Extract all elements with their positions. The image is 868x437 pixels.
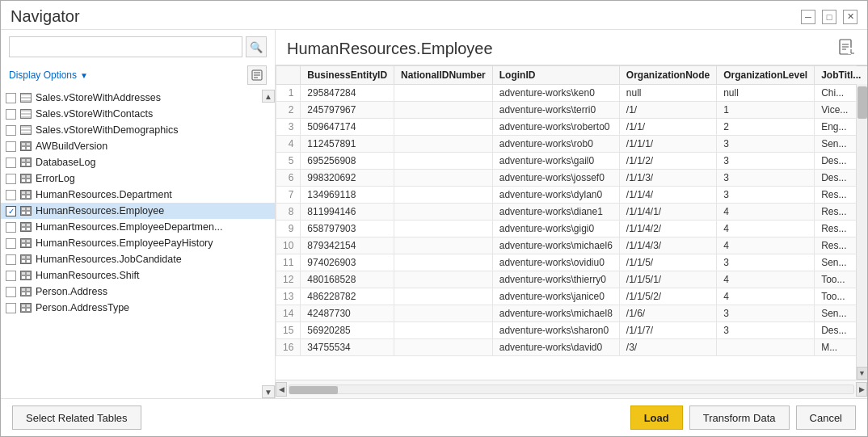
search-button[interactable]: 🔍 [246,36,267,57]
scroll-arrows-row: ◀ ▶ [276,380,867,398]
tree-area[interactable]: ▲ Sales.vStoreWithAddressesSales.vStoreW… [1,90,275,398]
item-checkbox[interactable] [6,287,16,297]
item-checkbox[interactable] [6,158,16,168]
table-row: 13486228782adventure-works\janice0/1/1/5… [276,288,868,305]
tree-item[interactable]: HumanResources.EmployeePayHistory [1,235,275,251]
table-cell: adventure-works\gail0 [492,153,619,170]
cancel-button[interactable]: Cancel [796,405,856,430]
scroll-thumb[interactable] [857,86,867,119]
table-cell: 14 [276,305,301,322]
table-cell: 3 [717,170,815,187]
table-cell: 10 [276,237,301,254]
table-row: 3509647174adventure-works\roberto0/1/1/2… [276,119,868,136]
table-cell: null [717,85,815,102]
scroll-right-button[interactable]: ▶ [856,382,867,397]
export-icon[interactable] [838,38,856,60]
tree-item-label: Sales.vStoreWithDemographics [36,124,178,136]
column-header: JobTitl... [815,66,867,85]
table-icon [19,205,32,216]
item-checkbox[interactable] [6,141,16,152]
table-cell: /3/ [619,339,716,356]
table-cell: /1/1/5/1/ [619,271,716,288]
table-cell: 134969118 [301,187,394,204]
view-icon [19,92,32,103]
table-icon [19,189,32,200]
item-checkbox[interactable] [6,271,16,281]
close-button[interactable]: ✕ [843,10,857,24]
window-title: Navigator [11,7,80,26]
minimize-button[interactable]: ─ [801,10,815,24]
refresh-button[interactable] [247,65,267,85]
table-row: 1442487730adventure-works\michael8/1/6/3… [276,305,868,322]
tree-item[interactable]: ErrorLog [1,170,275,187]
tree-item[interactable]: Person.Address [1,284,275,300]
table-cell: 3 [717,254,815,271]
table-cell: 112457891 [301,136,394,153]
item-checkbox[interactable] [6,109,16,120]
horizontal-scrollbar[interactable] [289,384,854,394]
tree-item[interactable]: Sales.vStoreWithDemographics [1,122,275,138]
table-cell: 1 [717,102,815,119]
scroll-left-button[interactable]: ◀ [276,382,287,397]
table-cell: 4 [717,221,815,237]
table-cell: adventure-works\roberto0 [492,119,619,136]
table-cell [394,85,493,102]
tree-item[interactable]: AWBuildVersion [1,138,275,154]
tree-item[interactable]: DatabaseLog [1,154,275,170]
tree-item-label: Person.Address [36,286,107,297]
table-cell [394,153,493,170]
restore-button[interactable]: □ [822,10,836,24]
tree-item-label: HumanResources.Department [36,189,172,200]
tree-item[interactable]: Sales.vStoreWithAddresses [1,90,275,106]
data-table-scroll[interactable]: BusinessEntityIDNationalIDNumberLoginIDO… [276,65,867,380]
table-cell: 4 [717,204,815,221]
tree-scroll-down-button[interactable]: ▼ [262,385,275,398]
table-cell: adventure-works\gigi0 [492,221,619,237]
table-cell: 5 [276,153,301,170]
table-icon [19,270,32,281]
vertical-scrollbar[interactable]: ▲ ▼ [856,65,867,380]
tree-items-container: Sales.vStoreWithAddressesSales.vStoreWit… [1,90,275,316]
item-checkbox[interactable] [6,238,16,249]
transform-data-button[interactable]: Transform Data [689,405,790,430]
scroll-down-button[interactable]: ▼ [857,367,868,380]
item-checkbox[interactable] [6,125,16,136]
table-row: 1295847284adventure-works\ken0nullnullCh… [276,85,868,102]
tree-item[interactable]: HumanResources.JobCandidate [1,251,275,267]
bottom-bar: Select Related Tables Load Transform Dat… [1,398,867,436]
table-cell: /1/1/4/1/ [619,204,716,221]
table-row: 8811994146adventure-works\diane1/1/1/4/1… [276,204,868,221]
item-checkbox[interactable] [6,254,16,265]
tree-item-label: DatabaseLog [36,157,95,168]
item-checkbox[interactable] [6,222,16,233]
table-row: 7134969118adventure-works\dylan0/1/1/4/3… [276,187,868,204]
table-cell: 695256908 [301,153,394,170]
tree-item[interactable]: HumanResources.Shift [1,267,275,284]
item-checkbox[interactable] [6,93,16,103]
tree-item-label: AWBuildVersion [36,141,107,152]
item-checkbox[interactable] [6,190,16,200]
select-related-tables-button[interactable]: Select Related Tables [12,405,141,430]
table-cell [394,322,493,339]
column-header: LoginID [492,66,619,85]
tree-item[interactable]: Person.AddressType [1,300,275,316]
tree-item[interactable]: HumanResources.Department [1,187,275,203]
table-cell: 13 [276,288,301,305]
display-options-button[interactable]: Display Options ▼ [9,69,88,81]
tree-item[interactable]: ✓HumanResources.Employee [1,203,275,219]
item-checkbox[interactable]: ✓ [6,206,16,216]
load-button[interactable]: Load [630,405,683,430]
tree-item-label: Person.AddressType [36,302,129,313]
tree-scroll-up-button[interactable]: ▲ [262,90,275,103]
tree-item[interactable]: Sales.vStoreWithContacts [1,106,275,122]
item-checkbox[interactable] [6,303,16,313]
search-input[interactable] [9,36,242,57]
tree-item[interactable]: HumanResources.EmployeeDepartmen... [1,219,275,235]
item-checkbox[interactable] [6,174,16,184]
table-cell: 974026903 [301,254,394,271]
table-cell [394,271,493,288]
table-row: 10879342154adventure-works\michael6/1/1/… [276,237,868,254]
table-cell: 3 [717,153,815,170]
table-icon [19,286,32,297]
table-row: 5695256908adventure-works\gail0/1/1/2/3D… [276,153,868,170]
